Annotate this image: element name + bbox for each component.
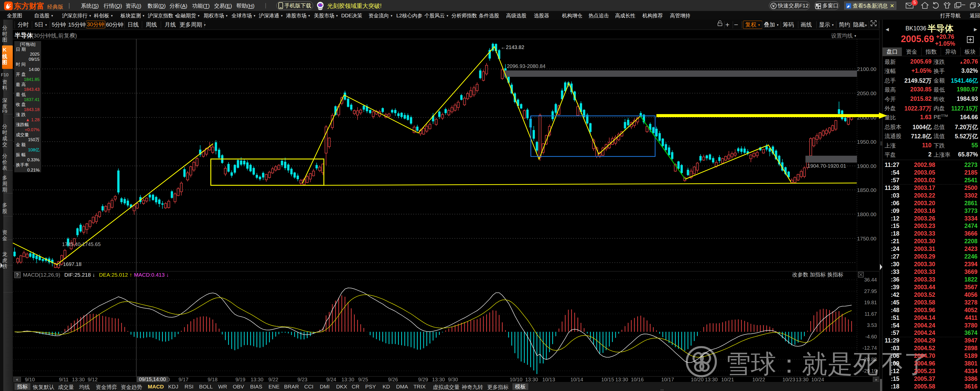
svg-text:?: ? [16, 272, 19, 278]
svg-text:11.67: 11.67 [864, 311, 877, 317]
svg-text:2096.93-2080.84: 2096.93-2080.84 [507, 63, 546, 69]
svg-text:←1697.18: ←1697.18 [58, 261, 81, 267]
svg-text:1745.40-1745.65: 1745.40-1745.65 [62, 242, 100, 247]
svg-text:←2143.82: ←2143.82 [501, 45, 524, 50]
svg-text:改参数 加指标 换指标: 改参数 加指标 换指标 [792, 272, 843, 277]
svg-text:1850.00: 1850.00 [857, 187, 877, 193]
svg-text:MACD:0.413 ↓: MACD:0.413 ↓ [134, 272, 169, 278]
svg-text:1900.00: 1900.00 [857, 163, 877, 169]
svg-text:1950.00: 1950.00 [857, 139, 877, 145]
svg-text:1904.70-1920.01: 1904.70-1920.01 [808, 163, 846, 169]
svg-text:-4.60: -4.60 [865, 334, 877, 339]
svg-text:3.53: 3.53 [867, 322, 877, 328]
svg-text:2100.00: 2100.00 [857, 66, 877, 72]
svg-text:19.81: 19.81 [864, 300, 877, 305]
svg-text:2050.00: 2050.00 [857, 91, 877, 96]
svg-text:MACD(12,26,9): MACD(12,26,9) [23, 272, 60, 278]
svg-text:DEA:25.012 ↑: DEA:25.012 ↑ [99, 272, 132, 278]
svg-text:36.44: 36.44 [864, 277, 877, 283]
svg-text:27.95: 27.95 [864, 288, 877, 294]
svg-text:DIF:25.218 ↓: DIF:25.218 ↓ [64, 272, 95, 278]
svg-text:1750.00: 1750.00 [857, 235, 877, 242]
svg-text:1800.00: 1800.00 [857, 211, 877, 217]
